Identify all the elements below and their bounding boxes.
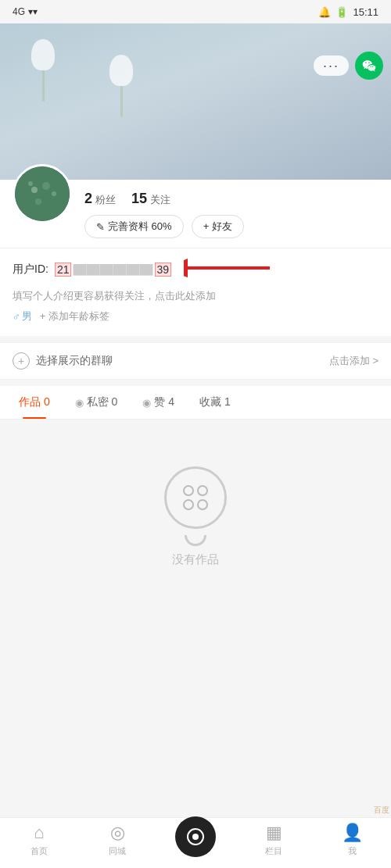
user-id-label: 用户ID: [13,263,48,277]
add-age-label: + 添加年龄标签 [40,309,109,323]
film-base [185,535,206,546]
dot-3 [183,499,194,510]
followers-label: 粉丝 [95,193,116,207]
banner-decoration [23,39,141,117]
content-area: ··· [0,23,391,817]
flower-stem-1 [42,70,45,102]
more-button[interactable]: ··· [314,55,349,76]
watermark-text: 百度 [374,805,389,815]
notification-icon: 🔔 [318,6,331,18]
nav-nearby[interactable]: ◎ 同城 [78,823,156,857]
empty-text: 没有作品 [172,552,219,567]
followers-stat[interactable]: 2 粉丝 [84,191,116,207]
svg-point-3 [42,182,50,190]
stats-row: 2 粉丝 15 关注 [84,191,378,207]
gender-label: 男 [22,309,32,323]
status-right: 🔔 🔋 15:11 [318,6,378,18]
male-icon: ♂ [13,311,20,323]
tab-favorites[interactable]: 收藏 1 [187,386,243,419]
profile-buttons: ✎ 完善资料 60% + 好友 [84,215,378,238]
home-icon: ⌂ [34,823,44,843]
nav-home-label: 首页 [30,845,48,857]
user-id-row: 用户ID: 21 ████████████ 39 [13,256,378,283]
edit-icon: ✎ [96,221,105,233]
flower-bulb-2 [109,55,133,86]
user-id-part1: 21 [55,263,72,277]
gender-tag: ♂ 男 [13,309,32,323]
flower-1 [23,39,63,102]
empty-icon [164,466,227,529]
avatar-image [15,166,70,221]
banner-actions: ··· [314,52,383,80]
flower-bulb-1 [31,39,55,70]
group-section: + 选择展示的群聊 点击添加 > [0,342,391,380]
user-id-value: 21 ████████████ 39 [55,263,171,277]
dot-1 [183,485,194,496]
grid-icon: ▦ [266,823,282,843]
wifi-icon: ▾▾ [28,6,38,17]
nav-home[interactable]: ⌂ 首页 [0,823,78,857]
tab-works-label: 作品 0 [19,395,50,409]
followers-count: 2 [84,191,92,207]
camera-lens [192,834,199,840]
dot-4 [197,499,208,510]
svg-point-5 [35,198,41,205]
watermark: 百度 [374,805,389,815]
status-bar: 4G ▾▾ 🔔 🔋 15:11 [0,0,391,23]
user-id-middle: ████████████ [73,264,152,275]
tab-likes-label: 赞 4 [154,395,174,409]
following-label: 关注 [150,193,170,207]
add-friend-button[interactable]: + 好友 [192,215,244,238]
svg-point-4 [52,191,56,196]
location-icon: ◎ [110,823,125,843]
tab-likes[interactable]: ◉ 赞 4 [130,386,187,419]
tab-works[interactable]: 作品 0 [6,386,63,419]
bio-hint[interactable]: 填写个人介绍更容易获得关注，点击此处添加 [13,289,378,303]
wechat-button[interactable] [355,52,383,80]
bottom-nav: ⌂ 首页 ◎ 同城 ▦ 栏目 👤 我 [0,817,391,868]
signal-text: 4G [13,6,25,17]
nav-column-label: 栏目 [265,845,282,857]
nav-camera[interactable] [156,816,235,863]
profile-top: 2 粉丝 15 关注 ✎ 完善资料 60% + 好友 [13,164,378,238]
flower-2 [102,55,141,117]
person-icon: 👤 [342,823,363,843]
film-icon [180,482,211,513]
gender-tags: ♂ 男 + 添加年龄标签 [13,309,378,331]
user-id-part2: 39 [155,263,172,277]
tabs-section: 作品 0 ◉ 私密 0 ◉ 赞 4 收藏 1 [0,386,391,420]
user-id-section: 用户ID: 21 ████████████ 39 填写个人介绍更容易获得关注，点 [0,248,391,336]
group-left[interactable]: + 选择展示的群聊 [13,352,113,370]
red-arrow-icon [184,256,278,280]
avatar[interactable] [13,164,72,223]
nav-nearby-label: 同城 [109,845,126,857]
profile-stats: 2 粉丝 15 关注 ✎ 完善资料 60% + 好友 [84,164,378,238]
complete-label: 完善资料 60% [108,220,172,234]
svg-point-1 [31,187,38,193]
add-friend-label: + 好友 [203,220,232,234]
nav-column[interactable]: ▦ 栏目 [235,823,313,857]
nav-me-label: 我 [348,845,357,857]
camera-icon [187,828,204,845]
tab-favorites-label: 收藏 1 [199,395,231,409]
dot-2 [197,485,208,496]
tab-private-label: 私密 0 [87,395,118,409]
tab-private[interactable]: ◉ 私密 0 [63,386,131,419]
camera-button[interactable] [175,816,216,857]
nav-me[interactable]: 👤 我 [313,823,391,857]
eye-slash-icon: ◉ [75,397,84,409]
battery-icon: 🔋 [335,6,348,18]
red-arrow-container [184,256,278,283]
heart-icon: ◉ [142,397,151,409]
plus-circle-icon: + [13,352,30,370]
group-right[interactable]: 点击添加 > [329,354,378,368]
svg-point-0 [15,166,70,221]
add-age-button[interactable]: + 添加年龄标签 [40,309,109,323]
group-label: 选择展示的群聊 [36,354,113,368]
status-left: 4G ▾▾ [13,6,38,17]
profile-section: 2 粉丝 15 关注 ✎ 完善资料 60% + 好友 [0,180,391,248]
flower-stem-2 [120,86,123,117]
complete-profile-button[interactable]: ✎ 完善资料 60% [84,215,184,238]
following-stat[interactable]: 15 关注 [131,191,170,207]
time-display: 15:11 [353,6,378,18]
